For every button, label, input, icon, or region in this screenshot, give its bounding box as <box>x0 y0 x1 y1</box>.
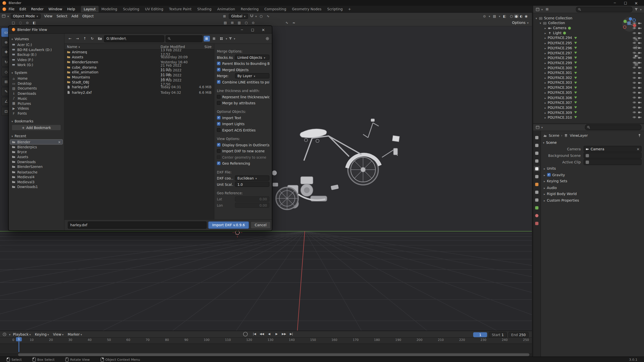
tab-modifier-properties[interactable] <box>534 189 540 195</box>
import-option-row[interactable]: Geo Referencing Geo Referencing <box>214 160 272 166</box>
import-option-row[interactable]: Lat Lat 0.00 0.00 <box>214 196 272 202</box>
tab-world-properties[interactable] <box>534 174 540 179</box>
import-option-row[interactable]: Optional Objects: Optional Objects: <box>214 108 272 115</box>
back-button[interactable] <box>67 35 73 42</box>
camera-view-icon[interactable] <box>633 53 639 59</box>
select-mode-new-icon[interactable] <box>11 20 16 25</box>
dialog-titlebar[interactable]: Blender File View <box>9 26 272 34</box>
display-vertical-list-button[interactable] <box>204 36 210 41</box>
property-field[interactable] <box>584 152 641 159</box>
tab-texture-properties[interactable] <box>534 220 540 226</box>
previous-keyframe-button[interactable] <box>259 332 265 337</box>
import-option-row[interactable]: Blocks As: Blocks As: Linked Objects Lin… <box>214 54 272 61</box>
import-option-row[interactable]: Parent Blocks to Bounding Boxes Parent B… <box>214 60 272 67</box>
move-view-icon[interactable] <box>633 44 639 51</box>
create-directory-button[interactable] <box>97 35 103 42</box>
current-frame-field[interactable]: 1 <box>473 332 487 337</box>
dialog-minimize-button[interactable] <box>237 27 247 32</box>
snap-options-chevron-icon[interactable] <box>255 14 257 18</box>
zoom-icon[interactable] <box>633 36 639 42</box>
workspace-tab[interactable]: Animation <box>214 6 238 12</box>
select-mode-extend-icon[interactable] <box>18 20 23 25</box>
workspace-tab[interactable]: Shading <box>194 6 214 12</box>
recent-item[interactable]: Blenderpics <box>10 145 63 150</box>
show-overlays-icon[interactable] <box>492 13 497 19</box>
import-option-row[interactable]: Unit Scal... Unit Scal... 1.0 1.0 <box>214 181 272 188</box>
display-thumbnails-button[interactable] <box>218 36 225 41</box>
display-horizontal-list-button[interactable] <box>211 36 217 41</box>
outliner-mesh-object[interactable]: POLYFACE.302 <box>533 75 644 80</box>
disable-in-renders-icon[interactable] <box>638 111 641 114</box>
show-gizmo-icon[interactable] <box>482 13 487 19</box>
import-option-row[interactable]: Display Groups in Outliner(s) Display Gr… <box>214 142 272 148</box>
tab-view-layer-properties[interactable] <box>534 158 540 163</box>
property-section-row[interactable]: Audio <box>543 185 641 191</box>
start-frame-field[interactable]: Start1 <box>489 332 507 337</box>
next-keyframe-button[interactable] <box>281 332 287 337</box>
settings-gear-icon[interactable] <box>265 36 269 40</box>
navigation-gizmo[interactable] <box>622 16 637 33</box>
filter-chevron-icon[interactable] <box>640 7 641 11</box>
menu-item[interactable]: Edit <box>17 6 29 12</box>
disable-in-renders-icon[interactable] <box>638 106 641 109</box>
select-mode-invert-icon[interactable] <box>32 20 37 25</box>
disable-in-renders-icon[interactable] <box>638 21 641 25</box>
maximize-window-button[interactable] <box>620 0 631 6</box>
disable-in-renders-icon[interactable] <box>638 81 641 85</box>
snap-magnet-icon[interactable] <box>250 14 254 18</box>
select-mode-subtract-icon[interactable] <box>25 20 30 25</box>
editor-type-icon[interactable] <box>2 14 6 18</box>
mode-dropdown[interactable]: Object Mode <box>11 13 40 19</box>
editor-type-chevron-icon[interactable] <box>541 7 543 11</box>
forward-button[interactable] <box>74 35 81 42</box>
display-mode-icon[interactable] <box>544 7 550 12</box>
hide-in-viewport-eye-icon[interactable] <box>632 81 636 85</box>
system-item[interactable]: ▦ Pictures <box>10 101 63 106</box>
volumes-section-header[interactable]: Volumes <box>12 37 63 41</box>
property-section-row[interactable]: Keying Sets <box>543 178 641 184</box>
minimize-window-button[interactable] <box>610 0 620 6</box>
checkbox[interactable] <box>217 143 221 147</box>
hide-in-viewport-eye-icon[interactable] <box>632 76 636 80</box>
outliner-mesh-object[interactable]: POLYFACE.307 <box>533 100 644 105</box>
xray-toggle-icon[interactable] <box>502 13 507 19</box>
dialog-maximize-button[interactable] <box>247 27 258 32</box>
timeline-track[interactable] <box>0 343 532 352</box>
import-option-row[interactable]: Merge Options: Merge Options: <box>214 48 272 54</box>
outliner-mesh-object[interactable]: POLYFACE.297 <box>533 50 644 55</box>
display-settings-chevron-icon[interactable] <box>226 36 227 40</box>
bookmarks-section-header[interactable]: Bookmarks <box>12 119 63 123</box>
checkbox[interactable] <box>217 122 221 126</box>
outliner-mesh-object[interactable]: POLYFACE.299 <box>533 60 644 65</box>
volume-item[interactable]: Work (G:) <box>10 62 63 67</box>
import-option-row[interactable]: Merge: Merge: By Layer By Layer <box>214 73 272 79</box>
disable-in-renders-icon[interactable] <box>638 96 641 100</box>
recent-item[interactable]: Medieval3 <box>10 179 63 185</box>
outliner-mesh-object[interactable]: POLYFACE.295 <box>533 40 644 46</box>
import-option-row[interactable]: Merged Objects Merged Objects <box>214 67 272 73</box>
editor-type-icon[interactable] <box>536 125 540 129</box>
timeline-editor-icon[interactable] <box>3 332 7 336</box>
timeline-menu-item[interactable]: Marker <box>68 332 82 336</box>
option-number-field[interactable]: 0.00 <box>235 203 269 208</box>
recent-item[interactable]: Assets <box>10 154 63 159</box>
outliner-search-field[interactable] <box>576 6 633 12</box>
filename-input[interactable] <box>68 221 207 229</box>
tab-object-properties[interactable] <box>534 182 540 187</box>
tab-object-data-properties[interactable] <box>534 205 540 210</box>
option-dropdown[interactable]: By Layer <box>235 73 269 78</box>
play-button[interactable] <box>273 332 280 337</box>
workspace-tab[interactable]: Modeling <box>99 6 120 12</box>
timeline-menu-item[interactable]: View <box>53 332 64 336</box>
import-option-row[interactable]: Represent line thickness/width Represent… <box>214 94 272 100</box>
import-option-row[interactable]: Line thickness and width: Line thickness… <box>214 87 272 94</box>
viewport-menu-item[interactable]: Add <box>69 14 80 18</box>
recent-item[interactable]: Downloads <box>10 159 63 164</box>
import-option-row[interactable]: Lon Lon 0.00 0.00 <box>214 202 272 208</box>
import-dxf-button[interactable]: Import DXF v.0.9.6 <box>208 221 249 229</box>
workspace-tab[interactable]: Compositing <box>261 6 289 12</box>
timeline-scrollbar[interactable] <box>18 353 529 356</box>
filter-funnel-icon[interactable] <box>228 36 233 40</box>
hide-in-viewport-eye-icon[interactable] <box>632 111 636 114</box>
outliner-mesh-object[interactable]: POLYFACE.305 <box>533 90 644 95</box>
